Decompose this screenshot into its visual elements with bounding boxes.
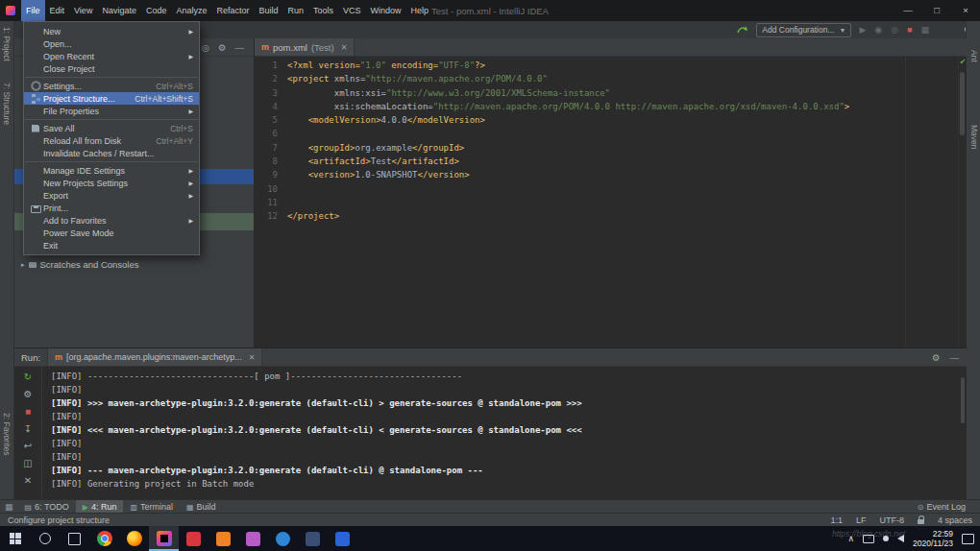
volume-t ray-icon[interactable] [897, 535, 904, 542]
editor-scrollbar[interactable]: ✔ [958, 57, 967, 347]
caret-position-widget[interactable]: 1:1 [830, 515, 843, 525]
soft-wrap-icon[interactable]: ↩ [24, 440, 32, 452]
menu-item-reload-all-from-disk[interactable]: Reload All from DiskCtrl+Alt+Y [24, 134, 199, 147]
menubar-item-run[interactable]: Run [283, 0, 309, 21]
debug-icon[interactable]: ◉ [874, 21, 882, 38]
menu-item-invalidate-caches-restart[interactable]: Invalidate Caches / Restart... [24, 147, 199, 159]
menu-item-print[interactable]: Print... [24, 202, 199, 214]
search-button-icon[interactable] [30, 526, 60, 551]
toolwindow-toggle-icon[interactable]: ▦ [0, 502, 18, 512]
editor-tab-pom[interactable]: m pom.xml (Test) ✕ [255, 38, 355, 56]
line-ending-widget[interactable]: LF [856, 515, 867, 525]
toolwindow-button-favorites[interactable]: 2: Favorites [2, 413, 12, 455]
chrome-icon[interactable] [89, 526, 119, 551]
console-scrollbar-thumb[interactable] [961, 377, 965, 423]
app-navy-icon[interactable] [298, 526, 328, 551]
console-output[interactable]: [INFO] --------------------------------[… [43, 367, 957, 500]
menubar-item-code[interactable]: Code [141, 0, 172, 21]
code-text: <?xml version="1.0" encoding="UTF-8"?> [287, 59, 485, 72]
run-settings-icon[interactable]: ⚙ [932, 352, 941, 363]
encoding-widget[interactable]: UTF-8 [879, 515, 904, 525]
menu-item-save-all[interactable]: Save AllCtrl+S [24, 122, 199, 134]
menu-item-project-structure[interactable]: Project Structure...Ctrl+Alt+Shift+S [24, 92, 199, 105]
menu-item-open-recent[interactable]: Open Recent▶ [24, 50, 199, 62]
menubar-item-refactor[interactable]: Refactor [211, 0, 254, 21]
run-tab-close-icon[interactable]: ✕ [249, 353, 256, 362]
menubar-item-navigate[interactable]: Navigate [97, 0, 141, 21]
menu-item-export[interactable]: Export▶ [24, 189, 199, 202]
menubar-item-help[interactable]: Help [406, 0, 434, 21]
toolwindow-button-project[interactable]: 1: Project [2, 27, 12, 61]
stop-icon[interactable]: ■ [25, 405, 31, 418]
print-icon[interactable]: ◫ [23, 457, 32, 469]
app-purple-icon[interactable] [238, 526, 268, 551]
scrollbar-thumb[interactable] [960, 72, 965, 135]
menubar-item-view[interactable]: View [69, 0, 97, 21]
layout-icon[interactable]: ▦ [920, 21, 929, 38]
task-view-button-icon[interactable] [60, 526, 89, 551]
tab-module-suffix: (Test) [311, 42, 334, 53]
menu-item-new[interactable]: New▶ [24, 25, 199, 37]
toolwindow-button-maven[interactable]: Maven [969, 125, 979, 150]
app-red-icon[interactable] [179, 526, 208, 551]
start-button-icon[interactable] [0, 526, 30, 551]
stop-icon[interactable]: ■ [907, 21, 912, 38]
menubar-item-build[interactable]: Build [254, 0, 282, 21]
profiler-icon[interactable]: ◎ [891, 21, 898, 38]
menubar-item-edit[interactable]: Edit [45, 0, 70, 21]
readonly-lock-icon[interactable] [918, 519, 924, 524]
close-button[interactable]: × [951, 0, 980, 21]
menu-item-file-properties[interactable]: File Properties▶ [24, 105, 199, 117]
tree-item-scratches[interactable]: ▸ Scratches and Consoles [21, 259, 139, 270]
menubar-item-vcs[interactable]: VCS [338, 0, 366, 21]
menubar-item-tools[interactable]: Tools [308, 0, 338, 21]
app-blue-circle-icon[interactable] [268, 526, 298, 551]
toolwindow-button-structure[interactable]: 7: Structure [2, 83, 12, 125]
run-configurations-combo[interactable]: Add Configuration... ▼ [756, 23, 851, 37]
run-options-icon[interactable]: ⚙ [24, 388, 33, 400]
menubar-item-analyze[interactable]: Analyze [171, 0, 211, 21]
network-tray-icon[interactable] [883, 536, 889, 541]
maximize-button[interactable]: □ [922, 0, 951, 21]
firefox-icon[interactable] [119, 526, 149, 551]
minimize-button[interactable]: — [894, 0, 922, 21]
menubar-item-file[interactable]: File [21, 0, 45, 21]
menu-item-manage-ide-settings[interactable]: Manage IDE Settings▶ [24, 164, 199, 177]
menu-item-exit[interactable]: Exit [24, 239, 199, 252]
tab-close-icon[interactable]: ✕ [341, 43, 348, 52]
menu-item-power-save-mode[interactable]: Power Save Mode [24, 227, 199, 239]
hide-run-panel-icon[interactable]: — [950, 352, 960, 363]
app-square-icon [306, 532, 320, 546]
run-tab[interactable]: m [org.apache.maven.plugins:maven-archet… [47, 348, 262, 366]
app-orange-icon[interactable] [208, 526, 238, 551]
code-area[interactable]: 1<?xml version="1.0" encoding="UTF-8"?>2… [255, 57, 959, 347]
toolwindow-button-build[interactable]: ▦ Build [180, 500, 223, 514]
toolwindow-button-todo[interactable]: ▤ 6: TODO [18, 500, 76, 514]
menu-item-add-to-favorites[interactable]: Add to Favorites▶ [24, 214, 199, 227]
menu-item-new-projects-settings[interactable]: New Projects Settings▶ [24, 177, 199, 189]
menu-item-open[interactable]: Open... [24, 37, 199, 50]
toolwindow-button-run[interactable]: ▶ 4: Run [76, 500, 124, 514]
toolwindow-button-ant[interactable]: Ant [969, 50, 979, 62]
rerun-icon[interactable]: ↻ [24, 371, 32, 383]
intellij-idea-icon[interactable] [149, 526, 179, 551]
panel-settings-icon[interactable]: ⚙ [218, 42, 227, 53]
system-tray: ∧ 22:59 2020/11/23 [847, 529, 980, 548]
indent-widget[interactable]: 4 spaces [938, 515, 972, 525]
locate-file-icon[interactable]: ◎ [202, 42, 209, 53]
clear-icon[interactable]: ✕ [24, 474, 32, 487]
run-icon[interactable]: ▶ [859, 21, 866, 38]
scroll-to-end-icon[interactable]: ↧ [24, 422, 32, 435]
display-tray-icon[interactable] [863, 535, 874, 543]
menubar-item-window[interactable]: Window [366, 0, 406, 21]
toolwindow-button-terminal[interactable]: ▥ Terminal [123, 500, 180, 514]
hide-panel-icon[interactable]: — [235, 42, 245, 53]
taskbar-clock[interactable]: 22:59 2020/11/23 [913, 529, 953, 548]
menu-item-close-project[interactable]: Close Project [24, 62, 199, 75]
menu-item-label: Close Project [43, 64, 185, 74]
menu-item-settings[interactable]: Settings...Ctrl+Alt+S [24, 80, 199, 92]
toolwindow-button-event-log[interactable]: ⊙ Event Log [911, 500, 972, 514]
app-blue-icon[interactable] [328, 526, 357, 551]
action-center-icon[interactable] [962, 534, 974, 544]
tray-expand-icon[interactable]: ∧ [847, 534, 854, 543]
